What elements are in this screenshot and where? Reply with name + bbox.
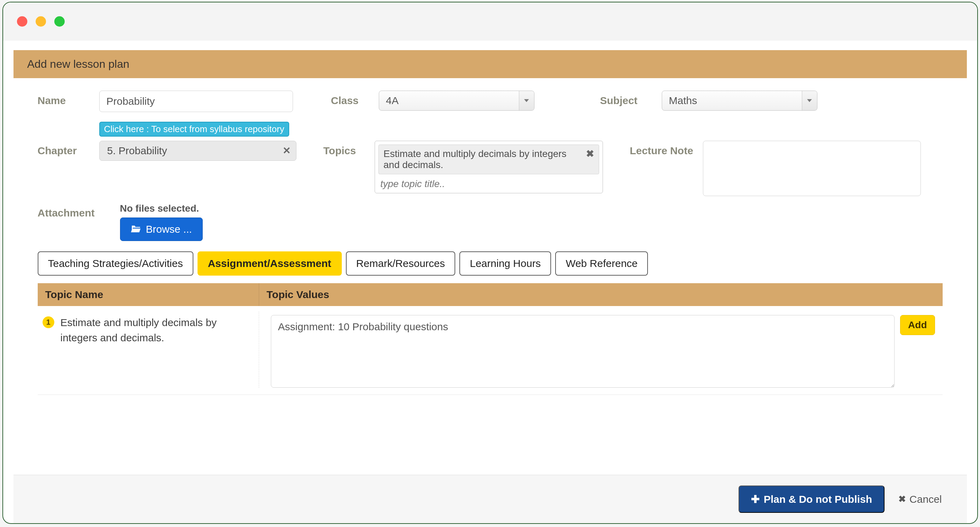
chevron-down-icon [802, 91, 817, 110]
field-name: Name [38, 90, 293, 112]
subject-selected-value: Maths [669, 95, 697, 106]
topic-input[interactable] [379, 174, 599, 191]
primary-button-label: Plan & Do not Publish [764, 494, 872, 505]
chevron-down-icon [519, 91, 534, 110]
chapter-chip[interactable]: 5. Probability ✕ [99, 141, 296, 161]
label-attachment: Attachment [38, 203, 110, 219]
row-topic-text: Estimate and multiply decimals by intege… [60, 315, 250, 345]
tabs: Teaching Strategies/Activities Assignmen… [38, 251, 943, 276]
topic-chip-text: Estimate and multiply decimals by intege… [383, 148, 581, 170]
footer: ✚ Plan & Do not Publish ✖ Cancel [13, 475, 967, 523]
tab-learning-hours[interactable]: Learning Hours [460, 251, 551, 276]
name-input[interactable] [99, 90, 293, 112]
col-topic-values: Topic Values [259, 283, 943, 306]
cancel-label: Cancel [910, 494, 942, 505]
form-row-3: Attachment No files selected. Browse ... [38, 203, 943, 241]
plus-icon: ✚ [751, 493, 760, 505]
tab-assignment-assessment[interactable]: Assignment/Assessment [197, 251, 342, 276]
remove-topic-icon[interactable]: ✖ [586, 148, 594, 159]
class-selected-value: 4A [386, 95, 399, 106]
page-title: Add new lesson plan [13, 50, 967, 78]
app-window: Add new lesson plan Name Class 4A [2, 2, 978, 524]
label-topics: Topics [323, 141, 365, 157]
field-chapter: Chapter 5. Probability ✕ [38, 141, 296, 196]
label-chapter: Chapter [38, 141, 90, 157]
cell-topic-name: 1 Estimate and multiply decimals by inte… [38, 311, 259, 387]
folder-open-icon [131, 224, 141, 235]
label-lecture-note: Lecture Note [630, 141, 693, 157]
attachment-status: No files selected. [120, 203, 203, 214]
window-minimize-dot[interactable] [36, 16, 46, 27]
titlebar [3, 2, 977, 40]
subject-select[interactable]: Maths [662, 90, 818, 111]
field-lecture-note: Lecture Note [630, 141, 921, 196]
form-row-1: Name Class 4A Subject Maths [38, 90, 943, 112]
browse-label: Browse ... [146, 224, 192, 235]
tab-remark-resources[interactable]: Remark/Resources [346, 251, 456, 276]
lecture-note-textarea[interactable] [703, 141, 921, 196]
label-class: Class [331, 90, 369, 106]
topics-box[interactable]: Estimate and multiply decimals by intege… [375, 141, 603, 193]
window-close-dot[interactable] [17, 16, 27, 27]
cancel-button[interactable]: ✖ Cancel [898, 494, 942, 505]
close-icon: ✖ [898, 494, 906, 505]
col-topic-name: Topic Name [38, 283, 259, 306]
row-index-badge: 1 [43, 316, 54, 328]
content-area: Add new lesson plan Name Class 4A [3, 40, 977, 523]
topic-value-textarea[interactable] [271, 315, 895, 387]
table-header: Topic Name Topic Values [38, 283, 943, 306]
plan-do-not-publish-button[interactable]: ✚ Plan & Do not Publish [738, 486, 885, 513]
syllabus-repository-link[interactable]: Click here : To select from syllabus rep… [99, 122, 289, 137]
cell-topic-values: Add [259, 311, 943, 387]
add-button[interactable]: Add [900, 315, 935, 335]
class-select[interactable]: 4A [379, 90, 535, 111]
label-subject: Subject [600, 90, 652, 106]
remove-chapter-icon[interactable]: ✕ [283, 146, 291, 156]
form-area: Name Class 4A Subject Maths [13, 78, 967, 395]
field-subject: Subject Maths [600, 90, 818, 112]
table-row: 1 Estimate and multiply decimals by inte… [38, 306, 943, 395]
field-class: Class 4A [331, 90, 535, 112]
tab-web-reference[interactable]: Web Reference [555, 251, 648, 276]
label-name: Name [38, 90, 90, 106]
window-zoom-dot[interactable] [54, 16, 65, 27]
topic-chip[interactable]: Estimate and multiply decimals by intege… [379, 144, 599, 174]
browse-button[interactable]: Browse ... [120, 217, 203, 241]
form-row-2: Chapter 5. Probability ✕ Topics Estimate… [38, 141, 943, 196]
tab-teaching-strategies[interactable]: Teaching Strategies/Activities [38, 251, 193, 276]
chapter-value: 5. Probability [107, 145, 167, 157]
syllabus-hint-wrap: Click here : To select from syllabus rep… [38, 119, 943, 141]
field-attachment: Attachment No files selected. Browse ... [38, 203, 203, 241]
attachment-controls: No files selected. Browse ... [120, 203, 203, 241]
field-topics: Topics Estimate and multiply decimals by… [323, 141, 603, 196]
